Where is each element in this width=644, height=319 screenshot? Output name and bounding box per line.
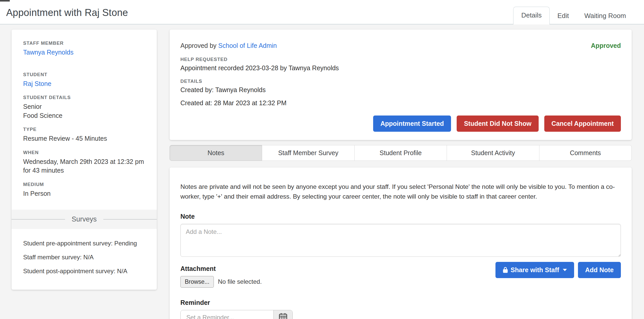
surveys-heading: Surveys: [65, 215, 104, 223]
detail-tabs: Notes Staff Member Survey Student Profil…: [170, 145, 632, 161]
approved-by-line: Approved by School of Life Admin: [180, 42, 277, 49]
tab-comments[interactable]: Comments: [539, 145, 632, 161]
note-actions: Share with Staff Add Note: [495, 262, 621, 278]
type-label: TYPE: [23, 127, 145, 132]
share-with-staff-button[interactable]: Share with Staff: [495, 262, 574, 278]
page: Appointment with Raj Stone Details Edit …: [0, 0, 644, 319]
calendar-button[interactable]: [273, 310, 292, 319]
appointment-summary-card: STAFF MEMBER Tawnya Reynolds STUDENT Raj…: [12, 30, 157, 290]
staff-member-field: STAFF MEMBER Tawnya Reynolds: [23, 40, 145, 57]
header-tabs: Details Edit Waiting Room: [513, 7, 634, 24]
status-badge: Approved: [591, 42, 621, 49]
surveys-list: Student pre-appointment survey: Pending …: [12, 229, 157, 290]
reminder-input-group: [180, 310, 293, 319]
staff-member-label: STAFF MEMBER: [23, 40, 145, 46]
survey-item-pre-appointment: Student pre-appointment survey: Pending: [23, 240, 145, 247]
chevron-down-icon: [563, 269, 567, 271]
tab-student-profile[interactable]: Student Profile: [354, 145, 447, 161]
student-details-major: Food Science: [23, 111, 145, 120]
student-details-label: STUDENT DETAILS: [23, 95, 145, 100]
student-did-not-show-button[interactable]: Student Did Not Show: [457, 116, 538, 132]
main-column: Approved by School of Life Admin Approve…: [170, 30, 632, 319]
tab-notes[interactable]: Notes: [170, 145, 262, 161]
note-label: Note: [180, 213, 621, 220]
tab-edit[interactable]: Edit: [550, 7, 577, 24]
tab-details[interactable]: Details: [513, 7, 549, 24]
student-details-class-year: Senior: [23, 102, 145, 111]
cancel-appointment-button[interactable]: Cancel Appointment: [544, 116, 621, 132]
notes-privacy-text: Notes are private and will not be seen b…: [180, 182, 621, 201]
reminder-input[interactable]: [181, 310, 273, 319]
approved-by-text: Approved by: [180, 42, 216, 49]
reminder-label: Reminder: [180, 299, 621, 306]
no-file-selected-text: No file selected.: [218, 278, 262, 285]
appointment-overview-card: Approved by School of Life Admin Approve…: [170, 30, 632, 140]
lock-icon: [503, 267, 508, 273]
type-value: Resume Review - 45 Minutes: [23, 134, 145, 143]
student-label: STUDENT: [23, 72, 145, 77]
attachment-column: Attachment Browse... No file selected.: [180, 258, 262, 288]
when-field: WHEN Wednesday, March 29th 2023 at 12:32…: [23, 150, 145, 175]
help-requested-value: Appointment recorded 2023-03-28 by Tawny…: [180, 64, 621, 72]
student-link[interactable]: Raj Stone: [23, 80, 51, 87]
appointment-started-button[interactable]: Appointment Started: [373, 116, 451, 132]
survey-item-post-appointment: Student post-appointment survey: N/A: [23, 268, 145, 275]
notes-panel: Notes are private and will not be seen b…: [170, 167, 632, 319]
window-edge-artifact: [0, 0, 10, 2]
appointment-actions: Appointment Started Student Did Not Show…: [180, 116, 621, 132]
student-field: STUDENT Raj Stone: [23, 72, 145, 88]
when-label: WHEN: [23, 150, 145, 155]
divider-line-left: [12, 219, 65, 219]
medium-value: In Person: [23, 189, 145, 198]
file-picker-row: Browse... No file selected.: [180, 276, 262, 288]
note-textarea[interactable]: [180, 224, 621, 257]
browse-button[interactable]: Browse...: [180, 276, 214, 288]
medium-field: MEDIUM In Person: [23, 182, 145, 198]
tab-student-activity[interactable]: Student Activity: [447, 145, 539, 161]
content-area: STAFF MEMBER Tawnya Reynolds STUDENT Raj…: [0, 24, 644, 319]
staff-member-link[interactable]: Tawnya Reynolds: [23, 49, 73, 56]
type-field: TYPE Resume Review - 45 Minutes: [23, 127, 145, 143]
share-with-staff-label: Share with Staff: [511, 266, 559, 274]
overview-top-row: Approved by School of Life Admin Approve…: [180, 42, 621, 49]
created-at-value: Created at: 28 Mar 2023 at 12:32 PM: [180, 99, 621, 107]
survey-item-staff-member: Staff member survey: N/A: [23, 254, 145, 261]
page-title: Appointment with Raj Stone: [6, 6, 128, 18]
appointment-summary-fields: STAFF MEMBER Tawnya Reynolds STUDENT Raj…: [12, 40, 157, 198]
surveys-divider: Surveys: [12, 210, 157, 229]
tab-waiting-room[interactable]: Waiting Room: [577, 7, 634, 24]
page-header: Appointment with Raj Stone Details Edit …: [0, 0, 644, 24]
when-value: Wednesday, March 29th 2023 at 12:32 pm f…: [23, 157, 145, 175]
add-note-button[interactable]: Add Note: [578, 262, 621, 278]
tab-staff-member-survey[interactable]: Staff Member Survey: [262, 145, 354, 161]
attachment-actions-row: Attachment Browse... No file selected. S…: [180, 258, 621, 288]
medium-label: MEDIUM: [23, 182, 145, 187]
approved-by-link[interactable]: School of Life Admin: [218, 42, 277, 49]
student-details-field: STUDENT DETAILS Senior Food Science: [23, 95, 145, 120]
divider-line-right: [103, 219, 157, 219]
help-requested-label: HELP REQUESTED: [180, 57, 621, 62]
created-by-value: Created by: Tawnya Reynolds: [180, 86, 621, 94]
calendar-icon: [279, 313, 287, 319]
details-label: DETAILS: [180, 78, 621, 84]
attachment-label: Attachment: [180, 265, 262, 272]
